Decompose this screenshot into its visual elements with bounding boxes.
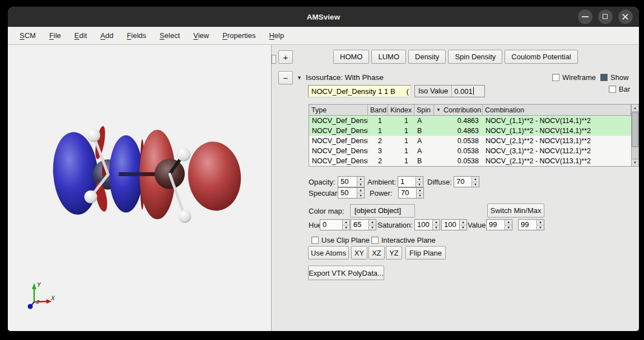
xy-plane-button[interactable]: XY <box>351 246 367 259</box>
titlebar[interactable]: AMSview <box>8 7 639 27</box>
saturation-min-spinbox[interactable]: 100 ▲▼ <box>414 219 440 230</box>
spin-up-icon[interactable]: ▲ <box>505 220 512 225</box>
molecule-viewport[interactable]: Y X Z <box>8 45 271 331</box>
col-spin[interactable]: Spin <box>414 105 434 115</box>
switch-minmax-button[interactable]: Switch Min/Max <box>487 204 544 218</box>
use-atoms-button[interactable]: Use Atoms <box>308 246 349 259</box>
table-row[interactable]: NOCV_Def_Density31A0.0538NOCV_(3,1)**2 -… <box>309 146 638 156</box>
table-row[interactable]: NOCV_Def_Density21A0.0538NOCV_(2,1)**2 -… <box>309 136 638 146</box>
menu-view[interactable]: View <box>186 29 216 42</box>
spin-down-icon[interactable]: ▼ <box>417 193 423 199</box>
diffuse-label: Diffuse: <box>427 178 452 186</box>
saturation-max-spinbox[interactable]: 100 ▲▼ <box>441 219 467 230</box>
molecule-render[interactable]: Y X Z <box>8 45 271 331</box>
scrollbar-thumb[interactable] <box>632 112 638 147</box>
scroll-down-icon[interactable]: ▼ <box>632 159 638 166</box>
value-min-spinbox[interactable]: 99 ▲▼ <box>486 219 512 230</box>
homo-button[interactable]: HOMO <box>333 50 369 64</box>
colormap-combo[interactable]: [object Object] <box>350 204 415 218</box>
spin-up-icon[interactable]: ▲ <box>417 188 423 193</box>
spin-up-icon[interactable]: ▲ <box>343 220 349 225</box>
interactive-plane-checkbox[interactable]: Interactive Plane <box>371 236 436 244</box>
fields-panel: + HOMO LUMO Density Spin Density Coulomb… <box>273 45 639 331</box>
checkbox-box[interactable] <box>311 237 319 244</box>
menu-file[interactable]: File <box>43 29 68 42</box>
spin-down-icon[interactable]: ▼ <box>433 225 440 230</box>
col-contribution[interactable]: ▼ Contribution <box>434 105 483 115</box>
sort-desc-icon: ▼ <box>436 107 441 112</box>
spin-down-icon[interactable]: ▼ <box>369 225 376 230</box>
spin-down-icon[interactable]: ▼ <box>343 225 349 230</box>
spin-density-button[interactable]: Spin Density <box>448 50 502 64</box>
add-field-button[interactable]: + <box>278 50 293 64</box>
power-spinbox[interactable]: 70 ▲▼ <box>398 187 424 199</box>
spin-down-icon[interactable]: ▼ <box>416 182 423 187</box>
spin-up-icon[interactable]: ▲ <box>416 177 423 182</box>
spin-up-icon[interactable]: ▲ <box>472 177 479 182</box>
xz-plane-button[interactable]: XZ <box>368 246 385 259</box>
text-caret <box>473 87 474 95</box>
col-combination[interactable]: Combination <box>483 105 631 115</box>
hue-min-spinbox[interactable]: 0 ▲▼ <box>320 219 350 230</box>
spin-up-icon[interactable]: ▲ <box>433 220 440 225</box>
table-scrollbar[interactable]: ▲ ▼ <box>631 105 638 166</box>
spin-down-icon[interactable]: ▼ <box>460 225 466 230</box>
ambient-spinbox[interactable]: 1 ▲▼ <box>398 176 423 187</box>
menu-select[interactable]: Select <box>153 29 186 42</box>
surface-field-combo[interactable]: NOCV_Def_Density 1 1 B ( <box>308 85 411 97</box>
menu-properties[interactable]: Properties <box>216 29 262 42</box>
use-clip-plane-checkbox[interactable]: Use Clip Plane <box>311 236 370 244</box>
close-button[interactable] <box>618 10 633 24</box>
scroll-up-icon[interactable]: ▲ <box>632 105 638 112</box>
opacity-spinbox[interactable]: 50 ▲▼ <box>338 176 365 187</box>
col-band[interactable]: Band <box>368 105 388 115</box>
flip-plane-button[interactable]: Flip Plane <box>405 246 446 259</box>
spin-up-icon[interactable]: ▲ <box>357 177 364 182</box>
export-vtk-button[interactable]: Export VTK PolyData... <box>308 266 384 280</box>
checkbox-box[interactable] <box>552 74 559 81</box>
hydrogen-atom <box>177 148 191 162</box>
density-button[interactable]: Density <box>408 50 446 64</box>
iso-value-label: Iso Value <box>415 86 452 97</box>
specular-spinbox[interactable]: 50 ▲▼ <box>338 187 365 199</box>
yz-plane-button[interactable]: YZ <box>386 246 402 259</box>
nocv-isosurface <box>50 125 244 223</box>
menu-add[interactable]: Add <box>94 29 120 42</box>
diffuse-spinbox[interactable]: 70 ▲▼ <box>454 176 479 187</box>
maximize-button[interactable] <box>598 10 613 24</box>
table-row[interactable]: NOCV_Def_Density11B0.4863NOCV_(1,1)**2 -… <box>309 126 638 136</box>
col-type[interactable]: Type <box>309 105 368 115</box>
col-kindex[interactable]: Kindex <box>388 105 414 115</box>
spin-down-icon[interactable]: ▼ <box>505 225 512 230</box>
value-max-spinbox[interactable]: 99 ▲▼ <box>518 219 544 230</box>
spin-down-icon[interactable]: ▼ <box>357 193 364 199</box>
spin-up-icon[interactable]: ▲ <box>460 220 466 225</box>
lumo-button[interactable]: LUMO <box>371 50 406 64</box>
table-row[interactable]: NOCV_Def_Density21B0.0538NOCV_(2,1)**2 -… <box>309 156 638 166</box>
coulomb-potential-button[interactable]: Coulomb Potential <box>505 50 577 64</box>
spin-down-icon[interactable]: ▼ <box>357 182 364 187</box>
iso-value-input[interactable]: 0.001 <box>452 86 476 97</box>
hue-max-spinbox[interactable]: 65 ▲▼ <box>351 219 376 230</box>
spin-up-icon[interactable]: ▲ <box>357 188 364 193</box>
spin-down-icon[interactable]: ▼ <box>537 225 544 230</box>
spin-down-icon[interactable]: ▼ <box>472 182 479 187</box>
collapse-arrow-icon[interactable]: ▼ <box>297 75 302 81</box>
spin-up-icon[interactable]: ▲ <box>537 220 544 225</box>
spin-up-icon[interactable]: ▲ <box>369 220 376 225</box>
isosurface-red-lobe-right <box>185 139 244 213</box>
remove-field-button[interactable]: − <box>278 71 293 84</box>
wireframe-checkbox[interactable]: Wireframe <box>552 73 596 82</box>
minimize-button[interactable] <box>578 10 592 24</box>
show-checkbox[interactable]: Show <box>600 73 629 82</box>
value-label: Value: <box>468 221 488 229</box>
menu-edit[interactable]: Edit <box>68 29 94 42</box>
bar-checkbox[interactable]: Bar <box>609 85 630 93</box>
checkbox-box[interactable] <box>609 86 616 93</box>
menu-help[interactable]: Help <box>262 29 291 42</box>
menu-scm[interactable]: SCM <box>13 29 43 42</box>
checkbox-box[interactable] <box>371 237 379 244</box>
menu-fields[interactable]: Fields <box>120 29 153 42</box>
table-row[interactable]: NOCV_Def_Density11A0.4863NOCV_(1,1)**2 -… <box>309 116 638 126</box>
checkbox-box[interactable] <box>600 74 608 81</box>
